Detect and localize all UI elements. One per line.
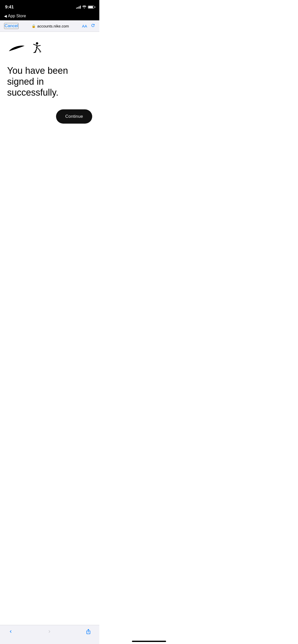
svg-point-0 [36, 42, 38, 45]
back-arrow-icon: ◀ [4, 14, 7, 18]
cancel-button[interactable]: Cancel [4, 23, 19, 29]
status-bar: 9:41 [0, 0, 99, 13]
continue-button[interactable]: Continue [56, 109, 92, 124]
back-nav[interactable]: ◀ App Store [0, 13, 99, 20]
text-size-button[interactable]: AA [82, 24, 87, 28]
browser-address-bar: Cancel 🔒 accounts.nike.com AA [0, 20, 99, 32]
success-message: You have been signed in successfully. [7, 65, 89, 98]
back-label: App Store [8, 14, 26, 18]
lock-icon: 🔒 [32, 24, 36, 28]
url-text: accounts.nike.com [37, 24, 69, 28]
svg-line-1 [34, 44, 37, 46]
svg-line-2 [37, 46, 40, 46]
signal-icon [76, 6, 81, 9]
wifi-icon [82, 5, 86, 9]
continue-btn-wrapper: Continue [7, 109, 92, 124]
browser-actions: AA [82, 23, 95, 29]
web-content: You have been signed in successfully. Co… [0, 32, 99, 197]
status-time: 9:41 [5, 5, 14, 10]
url-bar[interactable]: 🔒 accounts.nike.com [22, 24, 79, 28]
battery-icon [88, 6, 94, 9]
jordan-jumpman-icon [30, 42, 44, 56]
reload-button[interactable] [91, 23, 95, 29]
nike-swoosh-icon [7, 43, 25, 55]
status-icons [76, 5, 94, 9]
brand-logos [7, 42, 92, 56]
